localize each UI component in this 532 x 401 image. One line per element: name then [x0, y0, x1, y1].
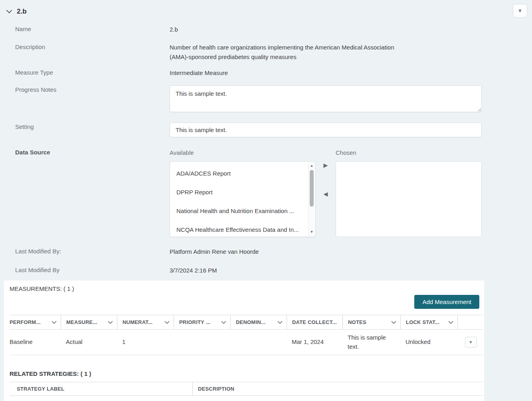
- list-item[interactable]: National Health and Nutrition Examinatio…: [170, 203, 315, 219]
- description-value: Number of health care organizations impl…: [170, 43, 455, 61]
- measurements-table: PERFORM... MEASURE... NUMERAT... PRIORIT…: [10, 315, 483, 355]
- name-label: Name: [0, 25, 170, 32]
- transfer-controls: ▶ ◀: [316, 148, 336, 197]
- column-header-notes[interactable]: NOTES: [342, 315, 400, 329]
- form-row-data-source: Data Source Available ADA/ADCES Report D…: [0, 148, 532, 237]
- strategy-row: Evidence-based Approaches to Diabetes Ma…: [10, 396, 483, 401]
- description-label: Description: [0, 43, 170, 50]
- chosen-column: Chosen: [336, 148, 482, 237]
- chevron-down-icon[interactable]: [51, 321, 57, 324]
- row-menu-button[interactable]: ▼: [465, 337, 477, 348]
- cell-priority: [174, 339, 230, 346]
- progress-notes-label: Progress Notes: [0, 85, 170, 93]
- form-row-progress-notes: Progress Notes This is sample text.: [0, 85, 532, 115]
- cell-date-collected: Mar 1, 2024: [287, 334, 342, 350]
- column-header-strategy-label: STRATEGY LABEL: [10, 382, 192, 395]
- measurements-panel: MEASUREMENTS: ( 1 ) Add Measurement PERF…: [4, 281, 484, 401]
- setting-input[interactable]: [170, 122, 482, 137]
- collapse-chevron-icon[interactable]: [6, 8, 13, 15]
- data-source-duallist: Available ADA/ADCES Report DPRP Report N…: [170, 148, 482, 237]
- form-row-last-modified-date: Last Modified By 3/7/2024 2:16 PM: [0, 266, 532, 275]
- form-row-measure-type: Measure Type Intermediate Measure: [0, 68, 532, 77]
- measurements-heading: MEASUREMENTS: ( 1 ): [10, 281, 483, 292]
- column-header-date-collected[interactable]: DATE COLLECT...: [287, 315, 342, 329]
- column-header-lock-status[interactable]: LOCK STAT...: [400, 315, 457, 329]
- chevron-down-icon[interactable]: [164, 321, 170, 324]
- cell-performance: Baseline: [10, 334, 61, 350]
- form-row-description: Description Number of health care organi…: [0, 43, 532, 61]
- listbox-scrollbar[interactable]: ▲ ▼: [308, 162, 315, 236]
- column-header-denominator[interactable]: DENOMIN...: [230, 315, 287, 329]
- move-left-button[interactable]: ◀: [324, 191, 328, 197]
- chosen-label: Chosen: [336, 148, 482, 157]
- last-modified-by-value: Platform Admin Rene van Hoorde: [170, 247, 532, 256]
- cell-denominator: [230, 339, 287, 346]
- column-header-performance[interactable]: PERFORM...: [10, 315, 61, 329]
- chevron-down-icon[interactable]: [391, 321, 396, 324]
- related-strategies-table: STRATEGY LABEL DESCRIPTION Evidence-base…: [10, 382, 483, 401]
- cell-notes: This is sample text.: [342, 330, 400, 354]
- data-source-label: Data Source: [0, 148, 170, 156]
- column-header-description: DESCRIPTION: [192, 382, 483, 395]
- related-strategies-table-header: STRATEGY LABEL DESCRIPTION: [10, 382, 483, 396]
- scroll-up-icon[interactable]: ▲: [309, 163, 315, 169]
- last-modified-date-label: Last Modified By: [0, 266, 170, 273]
- column-header-measure[interactable]: MEASURE...: [61, 315, 117, 329]
- column-header-numerator[interactable]: NUMERAT...: [117, 315, 174, 329]
- add-measurement-button[interactable]: Add Measurement: [414, 295, 479, 309]
- cell-numerator: 1: [117, 334, 174, 350]
- page-title: 2.b: [17, 8, 27, 16]
- caret-down-icon: ▼: [469, 340, 473, 344]
- column-header-priority[interactable]: PRIORITY ...: [174, 315, 230, 329]
- form-row-name: Name 2.b: [0, 25, 532, 34]
- chosen-listbox[interactable]: [336, 161, 482, 237]
- chevron-down-icon[interactable]: [448, 321, 453, 324]
- progress-notes-textarea[interactable]: This is sample text.: [170, 85, 482, 112]
- list-item[interactable]: DPRP Report: [170, 184, 315, 200]
- last-modified-date-value: 3/7/2024 2:16 PM: [170, 266, 532, 275]
- available-label: Available: [170, 148, 316, 157]
- available-column: Available ADA/ADCES Report DPRP Report N…: [170, 148, 316, 237]
- measurements-table-header: PERFORM... MEASURE... NUMERAT... PRIORIT…: [10, 315, 483, 330]
- chevron-down-icon[interactable]: [108, 321, 113, 324]
- column-header-actions: [457, 315, 483, 329]
- form-row-last-modified-by: Last Modified By: Platform Admin Rene va…: [0, 247, 532, 256]
- measurement-row: Baseline Actual 1 Mar 1, 2024 This is sa…: [10, 330, 483, 355]
- measure-type-label: Measure Type: [0, 68, 170, 76]
- cell-measure: Actual: [61, 334, 117, 350]
- related-strategies-heading: RELATED STRATEGIES: ( 1 ): [10, 365, 483, 377]
- measure-type-value: Intermediate Measure: [170, 68, 532, 77]
- panel-menu-button[interactable]: ▼: [513, 4, 527, 18]
- scroll-down-icon[interactable]: ▼: [309, 229, 315, 235]
- measure-detail-page: 2.b ▼ Name 2.b Description Number of hea…: [0, 0, 532, 401]
- name-value: 2.b: [170, 25, 532, 34]
- setting-label: Setting: [0, 122, 170, 130]
- chevron-down-icon[interactable]: [221, 321, 226, 324]
- caret-down-icon: ▼: [518, 8, 522, 13]
- available-listbox[interactable]: ADA/ADCES Report DPRP Report National He…: [170, 161, 316, 237]
- cell-lock-status: Unlocked: [400, 334, 457, 350]
- list-item[interactable]: NCQA Healthcare Effectiveness Data and I…: [170, 222, 315, 237]
- section-header: 2.b: [0, 0, 532, 18]
- move-right-button[interactable]: ▶: [324, 162, 328, 168]
- scrollbar-thumb[interactable]: [310, 170, 314, 207]
- last-modified-by-label: Last Modified By:: [0, 247, 170, 255]
- chevron-down-icon[interactable]: [277, 321, 283, 324]
- measure-form: Name 2.b Description Number of health ca…: [0, 18, 532, 275]
- cell-actions: ▼: [457, 334, 483, 351]
- form-row-setting: Setting: [0, 122, 532, 137]
- list-item[interactable]: ADA/ADCES Report: [170, 166, 315, 181]
